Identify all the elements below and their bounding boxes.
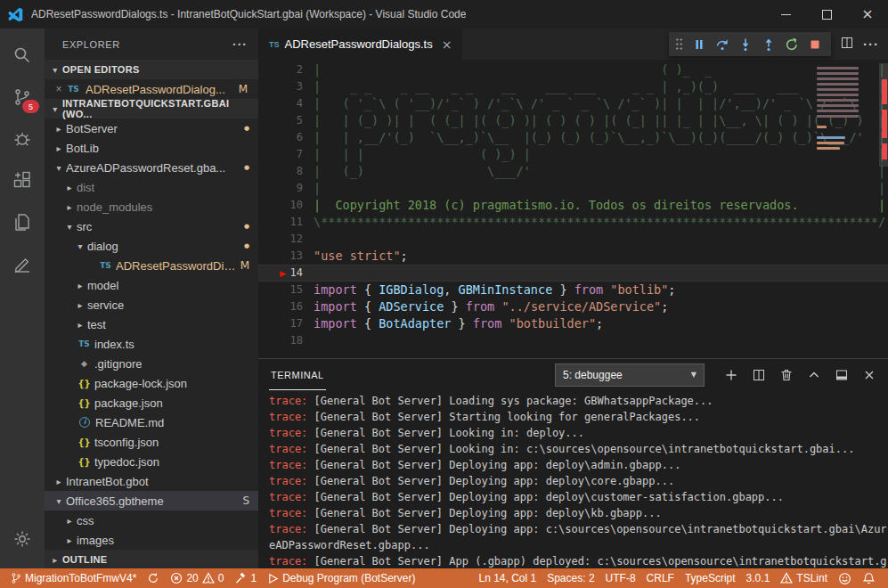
feedback-button[interactable]	[833, 568, 857, 588]
language-mode-status[interactable]: TypeScript	[680, 568, 741, 588]
close-tab-icon[interactable]: ×	[442, 37, 452, 52]
code-line[interactable]: 4| ( '_`\ ( '__)/'_` ) /'_`\ /' _ ` _ `\…	[258, 95, 888, 112]
log-message: [General Bot Server] Starting looking fo…	[307, 411, 700, 423]
tree-item[interactable]: ◆.gitignore	[45, 354, 258, 373]
tree-item-label: tsconfig.json	[94, 436, 159, 449]
code-line[interactable]: 2| ( )_ _ |	[258, 61, 888, 78]
close-editor-icon[interactable]: ×	[52, 83, 66, 95]
open-editor-item[interactable]: × TS ADResetPasswordDialog... M	[45, 79, 258, 99]
extensions-button[interactable]	[0, 159, 45, 201]
workspace-section-header[interactable]: ▾ INTRANETBOTQUICKSTART.GBAI (WO...	[45, 99, 258, 118]
split-editor-button[interactable]	[840, 36, 854, 53]
pause-button[interactable]	[688, 34, 709, 54]
search-button[interactable]	[0, 34, 45, 76]
tree-item[interactable]: ▸node_modules	[45, 197, 258, 216]
code-line[interactable]: 9| |	[258, 180, 888, 197]
tree-item[interactable]: {}package-lock.json	[45, 373, 258, 393]
minimap-line	[817, 126, 827, 128]
code-line[interactable]: 8| (_) \___/' |	[258, 163, 888, 180]
tree-item[interactable]: ▸images	[45, 530, 258, 550]
code-line[interactable]: 10| Copyright 2018 (c) pragmatismo.io. T…	[258, 197, 888, 214]
code-line[interactable]: ▶14	[258, 265, 888, 282]
step-over-button[interactable]	[712, 34, 732, 54]
minimap-line	[817, 104, 859, 107]
maximize-panel-button[interactable]	[806, 367, 822, 383]
code-line[interactable]: 6| | ,__/'(_) `\__,_)`\__ |(_) (_) (_)`\…	[258, 129, 888, 146]
tree-item[interactable]: ▸service	[45, 295, 258, 314]
tree-item[interactable]: ▾AzureADPasswordReset.gba...●	[45, 158, 258, 177]
vscode-logo-icon	[8, 7, 23, 22]
code-line[interactable]: 16import { ADService } from "../service/…	[258, 298, 888, 315]
tab-adresetpassworddialogs[interactable]: TS ADResetPasswordDialogs.ts ×	[258, 29, 462, 60]
tree-item[interactable]: ▸BotServer●	[45, 118, 258, 138]
stop-button[interactable]	[804, 34, 825, 54]
debug-button[interactable]	[0, 118, 45, 159]
tree-item[interactable]: ▸dist	[45, 177, 258, 197]
step-into-button[interactable]	[735, 34, 755, 54]
notifications-button[interactable]	[857, 568, 881, 588]
code-line[interactable]: 18	[258, 332, 888, 349]
tree-item[interactable]: {}tsconfig.json	[45, 432, 258, 452]
kill-terminal-button[interactable]	[778, 367, 794, 383]
close-panel-button[interactable]	[861, 367, 877, 383]
code-line[interactable]: 17import { BotAdapter } from "botbuilder…	[258, 315, 888, 332]
tree-item[interactable]: ▾Office365.gbthemeS	[45, 491, 258, 510]
step-out-button[interactable]	[758, 34, 778, 54]
indentation-status[interactable]: Spaces: 2	[542, 568, 599, 588]
restart-button[interactable]	[781, 34, 802, 54]
minimap[interactable]	[813, 60, 879, 358]
more-actions-icon[interactable]: ···	[863, 37, 879, 52]
log-level-label: trace:	[269, 443, 307, 455]
maximize-button[interactable]	[806, 0, 847, 29]
chevron-right-icon: ▸	[52, 143, 66, 153]
minimize-button[interactable]	[765, 0, 806, 29]
tree-item[interactable]: {}package.json	[45, 393, 258, 412]
open-editors-header[interactable]: ▾ OPEN EDITORS	[45, 60, 258, 79]
settings-button[interactable]	[0, 518, 45, 559]
toggle-panel-position-button[interactable]	[834, 367, 850, 383]
tree-item[interactable]: ▾src●	[45, 216, 258, 236]
code-line[interactable]: 7| | | ( )_) | |	[258, 146, 888, 163]
sidebar-title: EXPLORER	[62, 39, 120, 50]
new-terminal-button[interactable]	[723, 367, 739, 383]
terminal-tab[interactable]: TERMINAL	[269, 359, 326, 390]
source-control-button[interactable]: 5	[0, 76, 45, 118]
eol-status[interactable]: CRLF	[641, 568, 680, 588]
tree-item[interactable]: ▸BotLib	[45, 138, 258, 158]
debug-status[interactable]: Debug Program (BotServer)	[262, 568, 420, 588]
tslint-status[interactable]: TSLint	[775, 568, 833, 588]
tree-item[interactable]: iREADME.md	[45, 412, 258, 432]
code-line[interactable]: 5| | (_) )| | ( (_| |( (_) )| ( ) ( ) |(…	[258, 112, 888, 129]
tree-item[interactable]: ▸IntranetBot.gbot	[45, 471, 258, 491]
tree-item[interactable]: TSADResetPasswordDial...M	[45, 256, 258, 275]
tree-item[interactable]: ▸css	[45, 510, 258, 530]
outline-section-header[interactable]: ▸ OUTLINE	[45, 550, 258, 569]
code-line[interactable]: 11\*************************************…	[258, 214, 888, 231]
editor[interactable]: 2| ( )_ _ |3| _ _ _ __ _ _ __ ___ ___ _ …	[258, 60, 888, 358]
explorer-button[interactable]	[0, 201, 45, 243]
problems-status[interactable]: 20 0	[165, 568, 229, 588]
line-number-gutter: 6	[258, 129, 314, 146]
git-branch-status[interactable]: MigrationToBotFmwV4*	[5, 568, 142, 588]
code-line[interactable]: 15import { IGBDialog, GBMinInstance } fr…	[258, 282, 888, 298]
code-line[interactable]: 3| _ _ _ __ _ _ __ ___ ___ _ _ | ,_)(_) …	[258, 78, 888, 95]
tasks-status[interactable]: 1	[229, 568, 262, 588]
tree-item[interactable]: ▸model	[45, 275, 258, 295]
tree-item[interactable]: ▸test	[45, 314, 258, 334]
tree-item[interactable]: TSindex.ts	[45, 334, 258, 354]
typescript-version-status[interactable]: 3.0.1	[741, 568, 776, 588]
split-terminal-button[interactable]	[751, 367, 767, 383]
code-line[interactable]: 12	[258, 231, 888, 248]
edit-panel-button[interactable]	[0, 243, 45, 285]
tree-item[interactable]: ▾dialog●	[45, 236, 258, 256]
code-line[interactable]: 13"use strict";	[258, 248, 888, 265]
sync-button[interactable]	[142, 568, 165, 588]
terminal-selector[interactable]: 5: debuggee ▼	[555, 363, 705, 387]
explorer-more-actions-icon[interactable]: ···	[232, 37, 248, 52]
tree-item[interactable]: {}typedoc.json	[45, 452, 258, 471]
encoding-status[interactable]: UTF-8	[600, 568, 641, 588]
close-button[interactable]: ×	[847, 0, 888, 29]
cursor-position-status[interactable]: Ln 14, Col 1	[473, 568, 542, 588]
drag-grip-icon[interactable]	[675, 37, 683, 51]
terminal-output[interactable]: trace: [General Bot Server] Loading sys …	[258, 390, 888, 568]
